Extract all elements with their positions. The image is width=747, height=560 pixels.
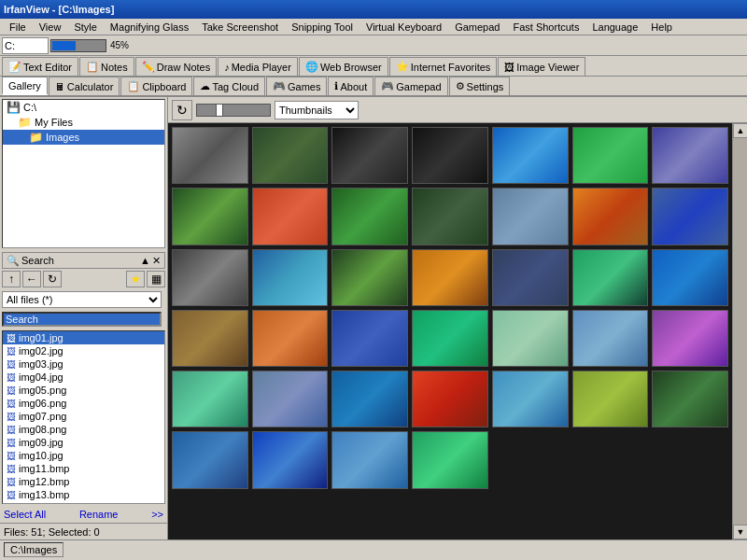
thumbnail-36[interactable] [172, 431, 248, 488]
file-item-img09[interactable]: 🖼 img09.jpg [3, 436, 164, 449]
file-item-img11[interactable]: 🖼 img11.bmp [3, 462, 164, 475]
menu-style[interactable]: Style [68, 21, 102, 34]
file-list[interactable]: 🖼 img01.jpg 🖼 img02.jpg 🖼 img03.jpg 🖼 im… [2, 330, 165, 504]
file-item-img03[interactable]: 🖼 img03.jpg [3, 357, 164, 371]
zoom-slider[interactable] [196, 104, 271, 117]
menu-magnifying-glass[interactable]: Magnifying Glass [105, 21, 194, 34]
thumbnail-35[interactable] [652, 371, 728, 427]
tab-games[interactable]: 🎮 Games [266, 77, 327, 95]
thumbnail-13[interactable] [572, 188, 649, 245]
thumbnail-30[interactable] [252, 371, 329, 427]
menu-fast-shortcuts[interactable]: Fast Shortcuts [507, 21, 585, 34]
file-item-img10[interactable]: 🖼 img10.jpg [3, 449, 164, 462]
thumbnail-23[interactable] [252, 310, 329, 367]
menu-view[interactable]: View [34, 21, 67, 34]
menu-file[interactable]: File [4, 21, 32, 34]
menu-gamepad[interactable]: Gamepad [449, 21, 505, 34]
thumbnail-20[interactable] [572, 249, 649, 306]
tab-gallery[interactable]: Gallery [2, 77, 48, 95]
view-button[interactable]: ▦ [147, 271, 165, 287]
thumbnail-29[interactable] [172, 371, 248, 427]
tree-item-root[interactable]: 💾 C:\ [3, 100, 164, 115]
scroll-track[interactable] [733, 138, 747, 525]
nav-forward-link[interactable]: >> [151, 509, 163, 520]
thumbnail-2[interactable] [252, 127, 329, 184]
tab-web-browser[interactable]: 🌐 Web Browser [299, 57, 388, 76]
file-item-img14[interactable]: 🖼 img14.bmp [3, 501, 164, 504]
tab-about[interactable]: ℹ About [328, 77, 374, 95]
thumbnail-15[interactable] [172, 249, 248, 306]
select-all-link[interactable]: Select All [4, 509, 46, 520]
file-item-img07[interactable]: 🖼 img07.png [3, 410, 164, 423]
thumbnail-3[interactable] [331, 127, 408, 184]
search-input[interactable] [2, 312, 162, 327]
thumbnail-9[interactable] [252, 188, 329, 245]
tab-notes[interactable]: 📋 Notes [79, 57, 134, 76]
thumbnail-12[interactable] [492, 188, 569, 245]
scroll-down-btn[interactable]: ▼ [733, 525, 747, 539]
menu-take-screenshot[interactable]: Take Screenshot [196, 21, 284, 34]
zoom-slider-thumb[interactable] [216, 104, 223, 117]
thumbnail-28[interactable] [652, 310, 728, 367]
up-button[interactable]: ↑ [2, 271, 21, 287]
thumbnail-10[interactable] [331, 188, 408, 245]
menu-snipping-tool[interactable]: Snipping Tool [286, 21, 359, 34]
thumbnail-37[interactable] [252, 431, 329, 488]
thumbnail-18[interactable] [412, 249, 488, 306]
tab-text-editor[interactable]: 📝 Text Editor [2, 57, 78, 76]
thumbnail-33[interactable] [492, 371, 569, 427]
gallery-refresh-btn[interactable]: ↻ [172, 100, 192, 120]
tab-tag-cloud[interactable]: ☁ Tag Cloud [193, 77, 265, 95]
tab-draw-notes[interactable]: ✏️ Draw Notes [135, 57, 217, 76]
tree-item-myfiles[interactable]: 📁 My Files [3, 115, 164, 130]
file-item-img02[interactable]: 🖼 img02.jpg [3, 344, 164, 357]
tab-gamepad[interactable]: 🎮 Gamepad [374, 77, 447, 95]
file-item-img13[interactable]: 🖼 img13.bmp [3, 488, 164, 501]
menu-virtual-keyboard[interactable]: Virtual Keyboard [360, 21, 447, 34]
thumbnail-22[interactable] [172, 310, 248, 367]
gallery-scrollbar[interactable]: ▲ ▼ [732, 123, 747, 539]
thumbnail-1[interactable] [172, 127, 248, 184]
scroll-up-btn[interactable]: ▲ [733, 123, 747, 138]
thumbnail-4[interactable] [412, 127, 488, 184]
menu-help[interactable]: Help [645, 21, 678, 34]
thumbnail-38[interactable] [331, 431, 408, 488]
file-item-img12[interactable]: 🖼 img12.bmp [3, 475, 164, 488]
thumbnail-16[interactable] [252, 249, 329, 306]
drive-selector[interactable]: C: [2, 37, 49, 54]
thumbnail-27[interactable] [572, 310, 649, 367]
file-item-img06[interactable]: 🖼 img06.png [3, 397, 164, 410]
close-section-icon[interactable]: ✕ [152, 255, 161, 267]
thumbnail-31[interactable] [331, 371, 408, 427]
filter-select[interactable]: All files (*) *.jpg *.png *.bmp [2, 291, 162, 308]
favorites-button[interactable]: ★ [126, 271, 145, 287]
refresh-button[interactable]: ↻ [43, 271, 62, 287]
file-item-img05[interactable]: 🖼 img05.png [3, 384, 164, 397]
thumbnail-14[interactable] [652, 188, 728, 245]
thumbnail-8[interactable] [172, 188, 248, 245]
file-item-img04[interactable]: 🖼 img04.jpg [3, 371, 164, 384]
tree-item-images[interactable]: 📁 Images [3, 130, 164, 145]
file-item-img08[interactable]: 🖼 img08.png [3, 423, 164, 436]
thumbnail-24[interactable] [331, 310, 408, 367]
thumbnail-39[interactable] [412, 431, 488, 488]
collapse-icon[interactable]: ▲ [140, 255, 150, 266]
thumbnail-6[interactable] [572, 127, 649, 184]
file-item-img01[interactable]: 🖼 img01.jpg [3, 331, 164, 344]
thumbnail-26[interactable] [492, 310, 569, 367]
tab-settings[interactable]: ⚙ Settings [449, 77, 511, 95]
thumbnail-25[interactable] [412, 310, 488, 367]
tab-media-player[interactable]: ♪ Media Player [218, 57, 298, 76]
rename-link[interactable]: Rename [79, 509, 119, 520]
tab-calculator[interactable]: 🖩 Calculator [49, 77, 120, 95]
thumbnail-5[interactable] [492, 127, 569, 184]
thumbnail-21[interactable] [652, 249, 728, 306]
tab-clipboard[interactable]: 📋 Clipboard [120, 77, 192, 95]
thumbnail-11[interactable] [412, 188, 488, 245]
thumbnail-34[interactable] [572, 371, 649, 427]
tab-internet-favorites[interactable]: ⭐ Internet Favorites [389, 57, 498, 76]
thumbnail-32[interactable] [412, 371, 488, 427]
view-dropdown[interactable]: Thumbnails Details List [275, 101, 359, 119]
thumbnail-7[interactable] [652, 127, 728, 184]
file-tree[interactable]: 💾 C:\ 📁 My Files 📁 Images [2, 99, 165, 248]
